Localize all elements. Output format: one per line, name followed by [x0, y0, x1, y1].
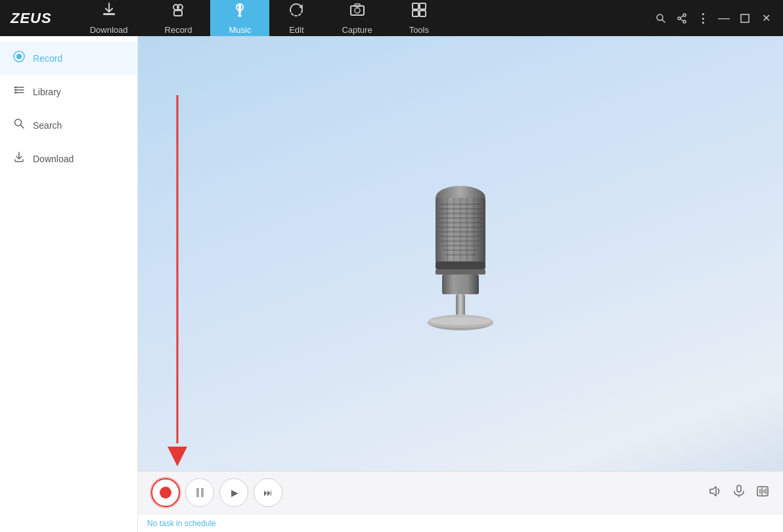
music-tab-icon	[231, 1, 248, 22]
sidebar-library-label: Library	[33, 87, 61, 97]
sidebar-item-download[interactable]: Download	[0, 142, 137, 175]
download-tab-icon	[101, 1, 118, 22]
svg-rect-55	[436, 269, 485, 275]
search-window-button[interactable]	[654, 12, 667, 25]
svg-rect-54	[436, 261, 485, 269]
output-icon[interactable]	[755, 484, 770, 502]
play-button[interactable]: ▶	[219, 478, 248, 507]
maximize-button[interactable]	[738, 12, 751, 25]
download-sidebar-icon	[13, 151, 25, 166]
tab-capture-label: Capture	[342, 25, 372, 35]
mic-area	[138, 36, 783, 471]
svg-rect-3	[174, 11, 182, 16]
svg-rect-0	[103, 13, 115, 15]
tab-edit-label: Edit	[289, 25, 303, 35]
record-button[interactable]	[151, 478, 180, 507]
svg-line-20	[681, 16, 683, 18]
svg-point-17	[683, 14, 686, 16]
tab-music[interactable]: Music	[210, 0, 269, 36]
right-controls	[708, 484, 770, 502]
microphone-image	[401, 175, 520, 332]
tab-record[interactable]: Record	[146, 0, 211, 36]
sidebar: Record Library S	[0, 36, 138, 532]
svg-point-29	[15, 89, 17, 91]
svg-point-9	[355, 8, 360, 13]
svg-line-21	[681, 19, 683, 21]
content-area: ▶ ⏭	[138, 36, 783, 532]
tools-tab-icon	[411, 1, 428, 22]
svg-point-19	[683, 20, 686, 23]
svg-point-18	[678, 17, 681, 20]
tab-record-label: Record	[165, 25, 192, 35]
sidebar-item-record[interactable]: Record	[0, 41, 137, 75]
sidebar-item-library[interactable]: Library	[0, 75, 137, 108]
record-sidebar-icon	[13, 51, 25, 66]
svg-line-32	[21, 125, 24, 129]
sidebar-search-label: Search	[33, 120, 62, 131]
edit-tab-icon	[288, 1, 305, 22]
record-tab-icon	[169, 1, 187, 22]
share-window-button[interactable]	[675, 12, 688, 25]
tab-download-label: Download	[90, 25, 128, 35]
tab-download[interactable]: Download	[72, 0, 146, 36]
volume-icon[interactable]	[708, 484, 723, 502]
capture-tab-icon	[349, 1, 366, 22]
svg-point-60	[429, 317, 492, 325]
sidebar-record-label: Record	[33, 53, 62, 64]
svg-point-30	[15, 92, 17, 94]
status-bar: No task in schedule	[138, 514, 783, 532]
close-button[interactable]: ✕	[759, 12, 772, 25]
tab-music-label: Music	[229, 25, 251, 35]
window-controls: ⋮ — ✕	[654, 12, 772, 25]
svg-point-28	[15, 87, 17, 89]
svg-rect-12	[420, 3, 426, 9]
sidebar-download-label: Download	[33, 154, 74, 164]
skip-icon: ⏭	[263, 487, 273, 498]
skip-button[interactable]: ⏭	[254, 478, 282, 507]
record-dot-icon	[160, 487, 171, 499]
tab-capture[interactable]: Capture	[323, 0, 390, 36]
svg-line-16	[662, 20, 665, 22]
input-mic-icon[interactable]	[732, 484, 746, 502]
app-logo: ZEUS	[11, 10, 52, 27]
minimize-button[interactable]: —	[717, 12, 730, 25]
svg-rect-8	[351, 6, 364, 15]
svg-rect-56	[442, 275, 479, 294]
search-sidebar-icon	[13, 118, 25, 133]
svg-rect-22	[741, 14, 749, 22]
tab-tools-label: Tools	[409, 25, 429, 35]
pause-icon	[196, 488, 204, 497]
svg-rect-14	[420, 11, 426, 16]
status-text: No task in schedule	[147, 519, 216, 528]
svg-rect-11	[413, 3, 418, 9]
svg-rect-13	[413, 11, 418, 16]
svg-point-24	[16, 54, 22, 59]
transport-bar: ▶ ⏭	[138, 471, 783, 514]
svg-point-7	[238, 15, 242, 17]
svg-rect-61	[737, 485, 741, 492]
pause-button[interactable]	[185, 478, 214, 507]
sidebar-item-search[interactable]: Search	[0, 108, 137, 142]
tab-edit[interactable]: Edit	[269, 0, 323, 36]
play-icon: ▶	[231, 487, 238, 498]
tab-tools[interactable]: Tools	[391, 0, 447, 36]
library-sidebar-icon	[13, 84, 25, 99]
main-layout: Record Library S	[0, 36, 783, 532]
more-button[interactable]: ⋮	[696, 12, 709, 25]
titlebar: ZEUS Download Record	[0, 0, 783, 36]
nav-tabs: Download Record Music	[72, 0, 654, 36]
